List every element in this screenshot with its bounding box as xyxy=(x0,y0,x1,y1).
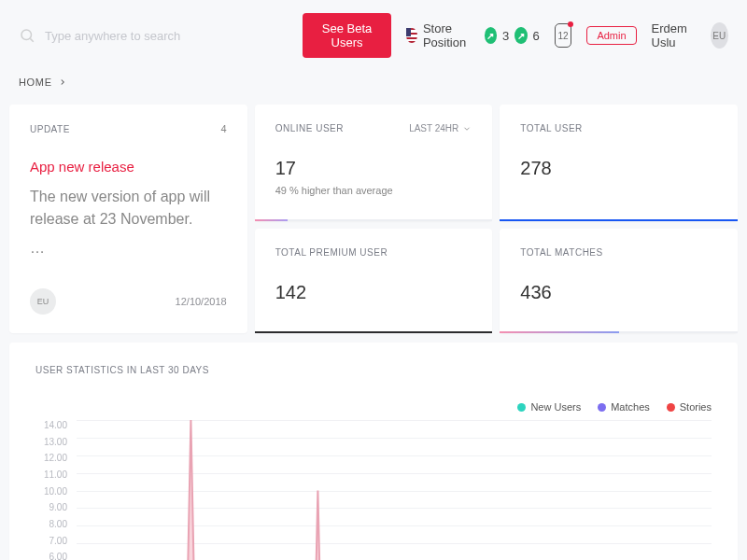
chevron-down-icon xyxy=(462,124,472,133)
chart-legend: New Users Matches Stories xyxy=(35,401,712,413)
dot-icon xyxy=(517,403,526,412)
legend-stories[interactable]: Stories xyxy=(667,401,712,413)
chevron-right-icon xyxy=(58,77,67,87)
svg-point-0 xyxy=(21,30,32,40)
progress-bar xyxy=(255,331,493,333)
update-card: UPDATE 4 App new release The new version… xyxy=(9,105,247,333)
total-matches-value: 436 xyxy=(520,282,717,303)
update-title: App new release xyxy=(30,159,227,175)
chart-title: USER STATISTICS IN LAST 30 DAYS xyxy=(35,365,712,375)
total-premium-value: 142 xyxy=(275,282,472,303)
breadcrumb-home[interactable]: HOME xyxy=(19,77,52,88)
svg-line-1 xyxy=(30,38,33,41)
total-premium-card: TOTAL PREMIUM USER 142 xyxy=(255,229,493,334)
total-user-value: 278 xyxy=(520,158,717,179)
see-beta-users-button[interactable]: See Beta Users xyxy=(303,13,391,58)
update-count: 4 xyxy=(221,123,227,134)
dot-icon xyxy=(667,403,675,412)
legend-matches[interactable]: Matches xyxy=(598,401,650,413)
online-user-sub: 49 % higher than average xyxy=(275,185,472,196)
notification-calendar[interactable]: 12 xyxy=(555,23,572,48)
legend-new-users[interactable]: New Users xyxy=(517,401,581,413)
us-flag-icon xyxy=(406,28,417,43)
total-user-label: TOTAL USER xyxy=(520,123,583,133)
update-ellipsis: … xyxy=(30,240,227,257)
y-axis-labels: 14.0013.0012.0011.0010.009.008.007.006.0… xyxy=(35,420,73,560)
total-matches-card: TOTAL MATCHES 436 xyxy=(500,229,738,334)
admin-badge: Admin xyxy=(586,26,636,45)
total-premium-label: TOTAL PREMIUM USER xyxy=(275,247,388,258)
store-position-label: Store Position xyxy=(423,21,479,49)
update-label: UPDATE xyxy=(30,124,70,134)
user-name[interactable]: Erdem Uslu xyxy=(652,21,696,49)
search-icon xyxy=(19,27,35,44)
user-statistics-card: USER STATISTICS IN LAST 30 DAYS New User… xyxy=(9,343,738,560)
avatar[interactable]: EU xyxy=(711,22,728,49)
arrow-up-icon: ↗ xyxy=(485,27,497,44)
update-author-avatar[interactable]: EU xyxy=(30,288,56,315)
progress-bar xyxy=(500,219,738,221)
arrow-up-icon: ↗ xyxy=(514,27,527,44)
total-matches-label: TOTAL MATCHES xyxy=(520,247,602,258)
online-user-value: 17 xyxy=(275,158,472,179)
dot-icon xyxy=(598,403,606,412)
range-selector[interactable]: LAST 24HR xyxy=(409,123,472,133)
online-user-card: ONLINE USER LAST 24HR 17 49 % higher tha… xyxy=(255,105,493,221)
update-body: The new version of app will release at 2… xyxy=(30,186,227,231)
store-position[interactable]: Store Position ↗3 ↗6 xyxy=(406,21,540,49)
progress-bar xyxy=(500,331,618,333)
progress-bar xyxy=(255,219,289,221)
breadcrumb[interactable]: HOME xyxy=(0,71,747,105)
search-input[interactable] xyxy=(45,29,288,43)
chart-plot xyxy=(77,420,712,560)
online-user-label: ONLINE USER xyxy=(275,123,344,133)
update-date: 12/10/2018 xyxy=(176,296,227,307)
total-user-card: TOTAL USER 278 xyxy=(500,105,738,221)
